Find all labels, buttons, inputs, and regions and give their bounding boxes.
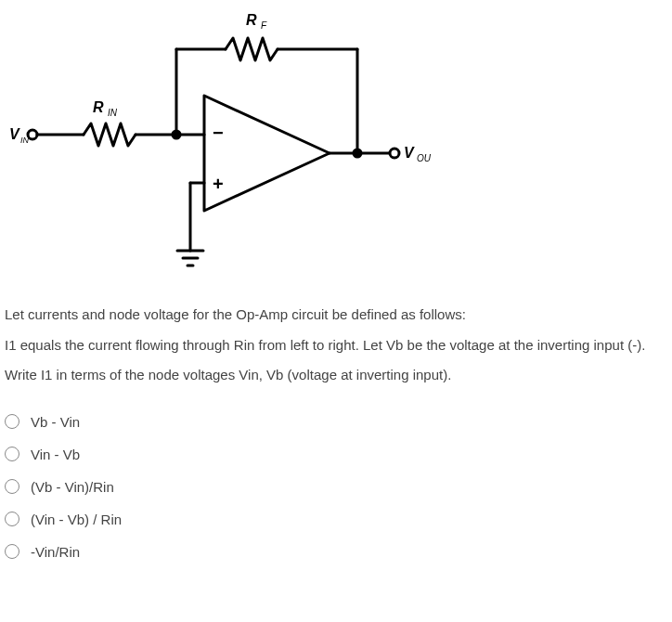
option-2[interactable]: Vin - Vb <box>5 447 667 462</box>
opamp-circuit-diagram: R F R IN V IN V OUT − + <box>5 5 667 286</box>
question-line-3: Write I1 in terms of the node voltages V… <box>5 365 667 386</box>
question-line-1: Let currents and node voltage for the Op… <box>5 305 667 326</box>
radio-icon <box>5 447 19 461</box>
option-label: (Vb - Vin)/Rin <box>31 479 114 495</box>
svg-text:V: V <box>404 145 415 161</box>
svg-text:R: R <box>93 99 104 115</box>
svg-text:+: + <box>213 174 224 194</box>
svg-text:OUT: OUT <box>417 153 432 163</box>
radio-icon <box>5 544 19 559</box>
options-group: Vb - Vin Vin - Vb (Vb - Vin)/Rin (Vin - … <box>5 414 667 560</box>
svg-text:R: R <box>246 12 257 28</box>
option-label: (Vin - Vb) / Rin <box>31 512 122 527</box>
option-label: -Vin/Rin <box>31 544 80 560</box>
svg-text:−: − <box>213 123 224 143</box>
question-line-2: I1 equals the current flowing through Ri… <box>5 335 667 356</box>
option-3[interactable]: (Vb - Vin)/Rin <box>5 479 667 495</box>
svg-text:F: F <box>261 20 267 31</box>
question-text: Let currents and node voltage for the Op… <box>5 305 667 386</box>
option-1[interactable]: Vb - Vin <box>5 414 667 430</box>
svg-text:IN: IN <box>20 136 30 145</box>
option-label: Vin - Vb <box>31 447 80 462</box>
svg-point-10 <box>390 149 399 158</box>
svg-text:V: V <box>9 126 20 142</box>
radio-icon <box>5 479 19 494</box>
radio-icon <box>5 414 19 429</box>
svg-point-9 <box>354 149 361 157</box>
option-4[interactable]: (Vin - Vb) / Rin <box>5 512 667 527</box>
option-5[interactable]: -Vin/Rin <box>5 544 667 560</box>
svg-text:IN: IN <box>108 108 118 118</box>
radio-icon <box>5 512 19 526</box>
option-label: Vb - Vin <box>31 414 80 430</box>
